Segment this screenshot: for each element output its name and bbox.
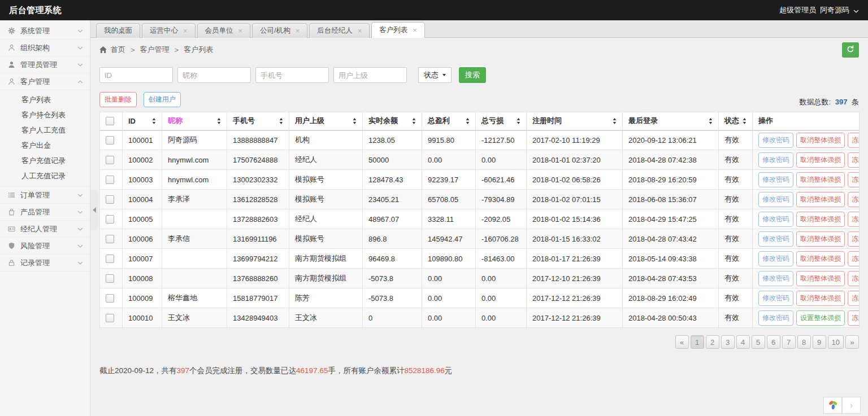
pagination-page-5[interactable]: 5	[752, 335, 765, 349]
row-checkbox[interactable]	[106, 156, 114, 164]
tab-3[interactable]: 会员单位×	[197, 23, 251, 38]
close-icon[interactable]: ×	[358, 27, 362, 34]
create-user-button[interactable]: 创建用户	[144, 92, 181, 107]
breadcrumb-home[interactable]: 首页	[111, 45, 125, 55]
pagination-page-6[interactable]: 6	[767, 335, 780, 349]
sort-icon[interactable]	[353, 118, 357, 124]
sort-icon[interactable]	[709, 118, 713, 124]
col-header-phone[interactable]: 手机号	[227, 112, 289, 130]
batch-delete-button[interactable]: 批量删除	[99, 92, 137, 107]
pagination-page-10[interactable]: 10	[828, 335, 844, 349]
nickname-filter-input[interactable]	[177, 67, 251, 83]
select-all-checkbox[interactable]	[106, 117, 114, 125]
action-cancel-stop-button[interactable]: 取消整体强损	[796, 212, 845, 227]
user-menu[interactable]: 超级管理员 阿奇源码	[779, 5, 859, 15]
action-freeze-button[interactable]: 冻结	[848, 310, 860, 326]
action-change-password-button[interactable]: 修改密码	[758, 152, 793, 168]
action-change-password-button[interactable]: 修改密码	[758, 251, 793, 266]
col-header-status[interactable]: 状态	[719, 112, 753, 130]
close-icon[interactable]: ×	[183, 27, 188, 34]
action-change-password-button[interactable]: 修改密码	[758, 172, 793, 187]
status-select[interactable]: 状态	[418, 67, 452, 83]
search-button[interactable]: 搜索	[459, 67, 486, 83]
sidebar-item-7[interactable]: 经纪人管理	[0, 221, 90, 238]
sidebar-item-2[interactable]: 组织架构	[0, 40, 90, 56]
action-change-password-button[interactable]: 修改密码	[758, 310, 793, 326]
action-freeze-button[interactable]: 冻结	[848, 251, 860, 266]
action-change-password-button[interactable]: 修改密码	[758, 231, 793, 247]
action-freeze-button[interactable]: 冻结	[848, 291, 860, 306]
tab-4[interactable]: 公司/机构×	[252, 23, 307, 38]
sidebar-subitem-1[interactable]: 客户列表	[0, 92, 90, 107]
sort-icon[interactable]	[466, 118, 470, 124]
refresh-button[interactable]	[842, 42, 859, 58]
sidebar-subitem-2[interactable]: 客户持仓列表	[0, 107, 90, 122]
row-checkbox[interactable]	[106, 136, 114, 144]
chat-widget-logo[interactable]	[823, 397, 842, 414]
close-icon[interactable]: ×	[296, 27, 300, 34]
sidebar-item-9[interactable]: 记录管理	[0, 255, 90, 272]
breadcrumb-item-1[interactable]: 客户管理	[140, 45, 170, 55]
action-freeze-button[interactable]: 冻结	[848, 271, 860, 286]
sidebar-collapse-handle[interactable]	[90, 190, 98, 230]
col-header-nickname[interactable]: 昵称	[162, 112, 227, 130]
sort-icon[interactable]	[152, 118, 156, 124]
pagination-page-1[interactable]: 1	[691, 335, 704, 349]
col-header-id[interactable]: ID	[123, 112, 162, 130]
action-change-password-button[interactable]: 修改密码	[758, 133, 793, 148]
parent-filter-input[interactable]	[333, 67, 407, 83]
tab-6[interactable]: 客户列表×	[371, 22, 425, 38]
action-freeze-button[interactable]: 冻结	[848, 192, 860, 207]
row-checkbox[interactable]	[106, 235, 114, 243]
sidebar-item-5[interactable]: 订单管理	[0, 187, 90, 204]
action-freeze-button[interactable]: 冻结	[848, 152, 860, 168]
sidebar-item-3[interactable]: 管理员管理	[0, 56, 90, 73]
action-cancel-stop-button[interactable]: 取消整体强损	[796, 291, 845, 306]
close-icon[interactable]: ×	[413, 27, 417, 34]
action-cancel-stop-button[interactable]: 取消整体强损	[796, 192, 845, 207]
action-freeze-button[interactable]: 冻结	[848, 172, 860, 187]
action-cancel-stop-button[interactable]: 取消整体强损	[796, 251, 845, 266]
action-set-stop-button[interactable]: 设置整体强损	[796, 310, 845, 326]
sort-icon[interactable]	[217, 118, 221, 124]
sidebar-subitem-6[interactable]: 人工充值记录	[0, 168, 90, 183]
row-checkbox[interactable]	[106, 195, 114, 204]
action-change-password-button[interactable]: 修改密码	[758, 271, 793, 286]
row-checkbox[interactable]	[106, 176, 114, 184]
sort-icon[interactable]	[613, 118, 617, 124]
action-cancel-stop-button[interactable]: 取消整体强损	[796, 231, 845, 247]
chat-widget-expand-button[interactable]: ›	[842, 397, 861, 414]
tab-2[interactable]: 运营中心×	[142, 23, 196, 38]
col-header-parent[interactable]: 用户上级	[289, 112, 363, 130]
action-change-password-button[interactable]: 修改密码	[758, 212, 793, 227]
row-checkbox[interactable]	[106, 314, 114, 322]
pagination-page-4[interactable]: 4	[736, 335, 750, 349]
sidebar-subitem-5[interactable]: 客户充值记录	[0, 153, 90, 168]
action-cancel-stop-button[interactable]: 取消整体强损	[796, 271, 845, 286]
col-header-loss[interactable]: 总亏损	[476, 112, 527, 130]
id-filter-input[interactable]	[99, 67, 173, 83]
sidebar-item-8[interactable]: 风险管理	[0, 238, 90, 255]
action-change-password-button[interactable]: 修改密码	[758, 291, 793, 306]
sidebar-item-1[interactable]: 系统管理	[0, 23, 90, 40]
action-freeze-button[interactable]: 冻结	[848, 231, 860, 247]
row-checkbox[interactable]	[106, 294, 114, 303]
row-checkbox[interactable]	[106, 215, 114, 224]
pagination-page-3[interactable]: 3	[721, 335, 735, 349]
sidebar-subitem-3[interactable]: 客户人工充值	[0, 122, 90, 138]
col-header-balance[interactable]: 实时余额	[363, 112, 422, 130]
action-cancel-stop-button[interactable]: 取消整体强损	[796, 133, 845, 148]
row-checkbox[interactable]	[106, 255, 114, 263]
close-icon[interactable]: ×	[238, 27, 243, 34]
phone-filter-input[interactable]	[255, 67, 329, 83]
col-header-registered[interactable]: 注册时间	[527, 112, 623, 130]
action-change-password-button[interactable]: 修改密码	[758, 192, 793, 207]
tab-1[interactable]: 我的桌面	[96, 23, 140, 38]
action-cancel-stop-button[interactable]: 取消整体强损	[796, 152, 845, 168]
sort-icon[interactable]	[412, 118, 416, 124]
pagination-page-2[interactable]: 2	[706, 335, 719, 349]
sort-icon[interactable]	[743, 118, 747, 124]
sort-icon[interactable]	[279, 118, 283, 124]
action-freeze-button[interactable]: 冻结	[848, 133, 860, 148]
sort-icon[interactable]	[517, 118, 520, 124]
